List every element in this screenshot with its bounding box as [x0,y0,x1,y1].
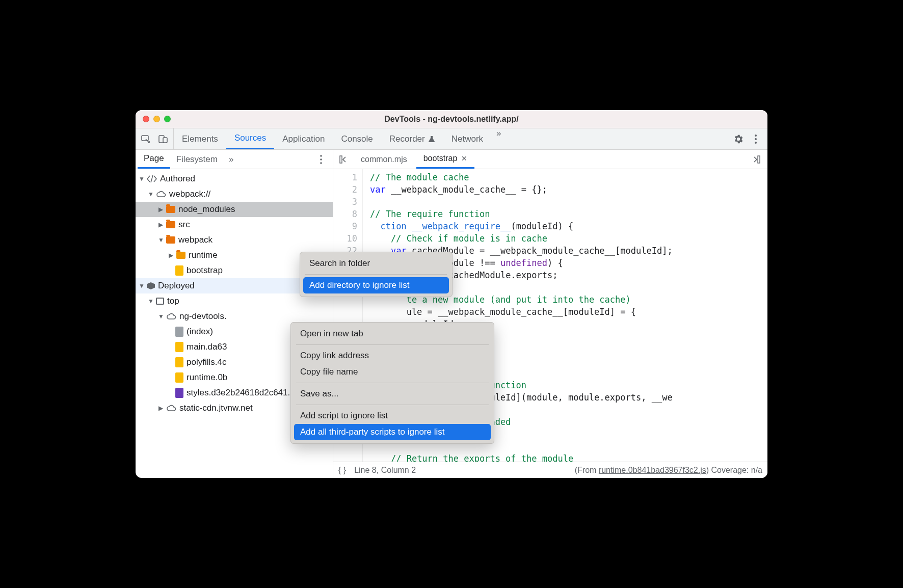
chevron-right-icon: ▶ [158,206,163,213]
kebab-menu-icon[interactable] [751,133,760,145]
package-icon [147,282,155,289]
svg-point-3 [755,135,757,137]
context-menu-file: Open in new tab Copy link address Copy f… [290,322,494,444]
tree-authored[interactable]: ▼ Authored [136,171,333,186]
flask-icon [428,136,435,143]
chevron-down-icon: ▼ [158,313,163,320]
folder-icon [166,221,175,228]
close-window-button[interactable] [143,116,149,122]
ctx-separator [296,344,489,345]
svg-point-8 [320,162,322,164]
ctx-copy-name[interactable]: Copy file name [294,364,491,380]
chevron-right-icon: ▶ [158,405,163,412]
nav-tab-filesystem[interactable]: Filesystem [170,150,224,169]
ctx-separator [296,405,489,405]
inspect-element-icon[interactable] [141,134,151,144]
tree-node-modules[interactable]: ▶ node_modules [136,202,333,217]
status-bar: { } Line 8, Column 2 (From runtime.0b841… [333,462,767,478]
history-back-icon[interactable] [336,153,352,166]
folder-icon [176,252,185,259]
svg-point-6 [320,155,322,157]
more-tabs-button[interactable]: » [491,128,506,149]
navigator-tabs: Page Filesystem » [136,150,333,169]
js-file-icon [175,357,183,367]
settings-icon[interactable] [733,133,744,145]
cloud-icon [156,191,166,198]
collapse-panel-icon[interactable] [747,153,764,166]
cloud-icon [166,313,176,320]
svg-rect-0 [142,136,148,141]
device-toolbar-icon[interactable] [158,134,168,144]
close-tab-icon[interactable]: ✕ [461,154,467,163]
ctx-open-new-tab[interactable]: Open in new tab [294,326,491,342]
context-menu-folder: Search in folder Add directory to ignore… [300,252,453,297]
traffic-lights [143,116,171,122]
chevron-down-icon: ▼ [148,191,153,198]
ctx-search-folder[interactable]: Search in folder [303,255,449,272]
tab-console[interactable]: Console [333,128,381,149]
svg-point-4 [755,138,757,140]
nav-tab-page[interactable]: Page [138,150,170,169]
ctx-add-directory-ignore[interactable]: Add directory to ignore list [303,277,449,293]
chevron-right-icon: ▶ [168,252,173,259]
nav-kebab-icon[interactable] [311,154,331,165]
ctx-add-all-third-party-ignore[interactable]: Add all third-party scripts to ignore li… [294,424,491,440]
nav-more-tabs[interactable]: » [224,154,238,165]
tab-sources[interactable]: Sources [226,128,274,149]
chevron-down-icon: ▼ [139,175,144,182]
tree-src[interactable]: ▶ src [136,217,333,232]
ctx-separator [305,274,447,275]
ctx-copy-link[interactable]: Copy link address [294,348,491,364]
chevron-down-icon: ▼ [148,298,153,305]
tab-network[interactable]: Network [443,128,491,149]
cloud-icon [166,405,176,412]
chevron-down-icon: ▼ [158,236,163,244]
js-file-icon [175,342,183,352]
ctx-save-as[interactable]: Save as... [294,386,491,402]
tab-application[interactable]: Application [274,128,333,149]
source-map-info: (From runtime.0b841bad3967f3c2.js) Cover… [575,466,762,475]
devtools-window: DevTools - ng-devtools.netlify.app/ Elem… [136,110,767,478]
tab-elements[interactable]: Elements [174,128,226,149]
source-map-link[interactable]: runtime.0b841bad3967f3c2.js [599,466,706,474]
folder-icon [166,236,175,244]
file-icon [175,327,183,337]
css-file-icon [175,388,183,398]
maximize-window-button[interactable] [164,116,171,122]
file-tab-strip: common.mjs bootstrap ✕ [333,150,767,169]
ctx-separator [296,383,489,383]
svg-point-7 [320,158,322,161]
chevron-down-icon: ▼ [139,282,144,289]
tab-recorder[interactable]: Recorder [381,128,443,149]
pretty-print-icon[interactable]: { } [338,466,346,475]
js-file-icon [175,372,183,383]
code-icon [147,175,157,183]
svg-rect-10 [758,156,760,163]
cursor-position: Line 8, Column 2 [354,466,416,475]
titlebar: DevTools - ng-devtools.netlify.app/ [136,110,767,128]
frame-icon [156,298,164,305]
file-tab-common[interactable]: common.mjs [354,150,414,169]
tree-webpack-folder[interactable]: ▼ webpack [136,232,333,248]
svg-rect-2 [163,138,167,143]
svg-point-5 [755,142,757,144]
svg-rect-9 [340,156,342,163]
js-file-icon [175,265,183,276]
ctx-add-script-ignore[interactable]: Add script to ignore list [294,408,491,424]
window-title: DevTools - ng-devtools.netlify.app/ [136,115,767,124]
main-tab-strip: Elements Sources Application Console Rec… [136,128,767,150]
tree-webpack-scheme[interactable]: ▼ webpack:// [136,186,333,202]
file-tab-bootstrap[interactable]: bootstrap ✕ [416,150,475,169]
minimize-window-button[interactable] [153,116,160,122]
folder-icon [166,206,175,213]
chevron-right-icon: ▶ [158,221,163,228]
